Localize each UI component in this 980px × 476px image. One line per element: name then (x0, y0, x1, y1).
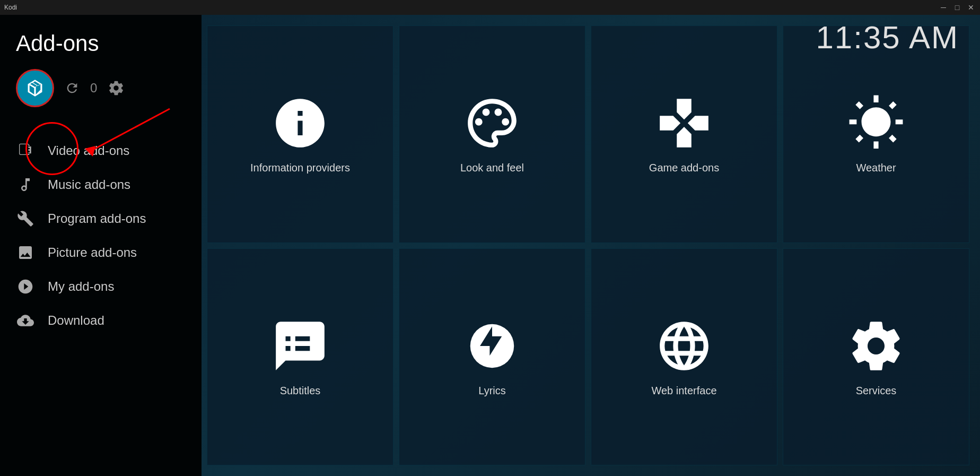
sidebar-item-download[interactable]: Download (0, 304, 202, 337)
look-and-feel-icon (463, 94, 521, 152)
update-count: 0 (90, 81, 97, 96)
sidebar-item-picture-addons[interactable]: Picture add-ons (0, 236, 202, 270)
tile-services[interactable]: Services (783, 248, 969, 466)
sidebar-item-music-addons[interactable]: Music add-ons (0, 168, 202, 202)
tile-look-and-feel-label: Look and feel (460, 162, 524, 174)
sidebar-item-video-addons-label: Video add-ons (48, 143, 129, 158)
program-icon (16, 209, 35, 228)
sidebar-item-picture-addons-label: Picture add-ons (48, 245, 137, 260)
tile-information-providers-label: Information providers (250, 162, 350, 174)
my-addons-icon (16, 277, 35, 296)
tile-weather-label: Weather (856, 162, 896, 174)
addon-controls: 0 (16, 69, 186, 107)
tile-lyrics-label: Lyrics (478, 385, 505, 397)
game-addons-icon (655, 94, 713, 152)
minimize-button[interactable]: ─ (939, 3, 948, 12)
tile-web-interface[interactable]: Web interface (591, 248, 777, 466)
sidebar-item-my-addons[interactable]: My add-ons (0, 270, 202, 304)
sidebar-header: Add-ons (0, 25, 202, 118)
web-interface-icon (655, 317, 713, 375)
tile-game-addons-label: Game add-ons (649, 162, 719, 174)
tile-weather[interactable]: Weather (783, 25, 969, 243)
sidebar-item-video-addons[interactable]: Video add-ons (0, 134, 202, 168)
page-title: Add-ons (16, 31, 186, 56)
lyrics-icon (463, 317, 521, 375)
sidebar-item-program-addons[interactable]: Program add-ons (0, 202, 202, 236)
services-icon (847, 317, 905, 375)
tile-services-label: Services (856, 385, 897, 397)
main-content: Information providers Look and feel Game… (202, 15, 980, 476)
sidebar-item-download-label: Download (48, 313, 104, 328)
tile-web-interface-label: Web interface (651, 385, 716, 397)
titlebar-title: Kodi (4, 4, 17, 11)
tile-lyrics[interactable]: Lyrics (399, 248, 585, 466)
music-icon (16, 175, 35, 194)
restore-button[interactable]: □ (952, 3, 962, 12)
sidebar: Add-ons (0, 15, 202, 476)
download-icon (16, 311, 35, 330)
tile-subtitles-label: Subtitles (280, 385, 321, 397)
addon-install-button[interactable] (16, 69, 54, 107)
tile-game-addons[interactable]: Game add-ons (591, 25, 777, 243)
titlebar-controls: ─ □ ✕ (939, 3, 976, 12)
titlebar: Kodi ─ □ ✕ (0, 0, 980, 15)
tile-subtitles[interactable]: Subtitles (207, 248, 393, 466)
subtitles-icon (271, 317, 329, 375)
sidebar-item-music-addons-label: Music add-ons (48, 177, 130, 192)
video-icon (16, 141, 35, 160)
time-display: 11:35 AM (816, 19, 959, 56)
tile-look-and-feel[interactable]: Look and feel (399, 25, 585, 243)
sidebar-nav: Video add-ons Music add-ons Program add-… (0, 134, 202, 465)
tile-information-providers[interactable]: Information providers (207, 25, 393, 243)
app-container: Add-ons (0, 15, 980, 476)
information-providers-icon (271, 94, 329, 152)
package-icon (25, 78, 45, 98)
sidebar-item-program-addons-label: Program add-ons (48, 211, 146, 226)
sidebar-item-my-addons-label: My add-ons (48, 279, 114, 294)
close-button[interactable]: ✕ (966, 3, 976, 12)
refresh-button[interactable] (65, 81, 80, 96)
picture-icon (16, 243, 35, 262)
weather-icon (847, 94, 905, 152)
settings-button[interactable] (108, 80, 125, 97)
